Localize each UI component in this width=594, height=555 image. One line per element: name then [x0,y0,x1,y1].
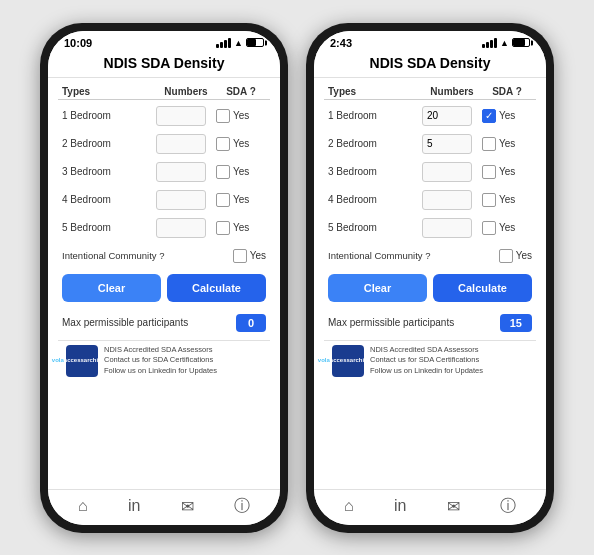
sda-checkbox[interactable] [216,165,230,179]
sda-checkbox[interactable]: ✓ [482,109,496,123]
sda-checkbox[interactable] [482,193,496,207]
info-icon[interactable]: ⓘ [234,496,250,517]
row-number-input[interactable] [156,218,206,238]
wifi-icon: ▲ [234,38,243,48]
table-header-cell: SDA ? [482,86,532,97]
status-icons: ▲ [482,38,530,48]
row-checkbox-area: Yes [216,137,266,151]
intentional-community-checkbox[interactable] [499,249,513,263]
yes-label: Yes [233,194,249,205]
intentional-community-row: Intentional Community ?Yes [58,246,270,266]
row-label: 1 Bedroom [328,110,422,121]
home-icon[interactable]: ⌂ [78,497,88,515]
row-label: 3 Bedroom [328,166,422,177]
info-icon[interactable]: ⓘ [500,496,516,517]
home-icon[interactable]: ⌂ [344,497,354,515]
button-row: ClearCalculate [58,270,270,306]
intentional-community-label: Intentional Community ? [328,250,499,261]
clear-button[interactable]: Clear [62,274,161,302]
result-row: Max permissible participants15 [324,310,536,336]
sda-checkbox[interactable] [482,165,496,179]
nav-bar: ⌂in✉ⓘ [48,489,280,525]
sda-checkbox[interactable] [216,221,230,235]
result-value: 0 [236,314,266,332]
table-row: 3 BedroomYes [324,160,536,184]
signal-icon [482,38,497,48]
row-checkbox-area: ✓Yes [482,109,532,123]
wifi-icon: ▲ [500,38,509,48]
linkedin-icon[interactable]: in [128,497,140,515]
app-header: NDIS SDA Density [48,51,280,78]
table-row: 2 BedroomYes [324,132,536,156]
app-title: NDIS SDA Density [56,55,272,71]
sda-checkbox[interactable] [482,221,496,235]
row-label: 2 Bedroom [62,138,156,149]
yes-label: Yes [499,138,515,149]
sda-checkbox[interactable] [482,137,496,151]
app-content: TypesNumbersSDA ?1 Bedroom✓Yes2 BedroomY… [314,78,546,489]
yes-label: Yes [233,166,249,177]
sda-checkbox[interactable] [216,193,230,207]
yes-label: Yes [233,110,249,121]
table-row: 3 BedroomYes [58,160,270,184]
row-number-input[interactable] [156,162,206,182]
row-number-input[interactable] [422,190,472,210]
row-label: 5 Bedroom [62,222,156,233]
row-checkbox-area: Yes [216,221,266,235]
table-header-cell: Numbers [422,86,482,97]
calculate-button[interactable]: Calculate [433,274,532,302]
row-label: 1 Bedroom [62,110,156,121]
status-bar: 2:43▲ [314,31,546,51]
clear-button[interactable]: Clear [328,274,427,302]
battery-icon [246,38,264,47]
table-row: 4 BedroomYes [324,188,536,212]
signal-icon [216,38,231,48]
row-number-input[interactable] [422,134,472,154]
intentional-community-right: Yes [499,249,532,263]
row-checkbox-area: Yes [216,165,266,179]
row-number-input[interactable] [422,218,472,238]
row-checkbox-area: Yes [216,193,266,207]
row-number-input[interactable] [156,134,206,154]
table-row: 5 BedroomYes [58,216,270,240]
row-number-input[interactable] [156,190,206,210]
app-header: NDIS SDA Density [314,51,546,78]
page-container: 10:09▲NDIS SDA DensityTypesNumbersSDA ?1… [0,0,594,555]
status-time: 2:43 [330,37,352,49]
intentional-community-row: Intentional Community ?Yes [324,246,536,266]
button-row: ClearCalculate [324,270,536,306]
row-label: 2 Bedroom [328,138,422,149]
table-header: TypesNumbersSDA ? [324,84,536,100]
mail-icon[interactable]: ✉ [447,497,460,516]
sda-checkbox[interactable] [216,109,230,123]
app-title: NDIS SDA Density [322,55,538,71]
sda-checkbox[interactable] [216,137,230,151]
footer-brand: volaaccessarchitectsNDIS Accredited SDA … [324,340,536,381]
row-label: 3 Bedroom [62,166,156,177]
linkedin-icon[interactable]: in [394,497,406,515]
intentional-community-right: Yes [233,249,266,263]
battery-icon [512,38,530,47]
result-label: Max permissible participants [328,317,454,328]
mail-icon[interactable]: ✉ [181,497,194,516]
yes-label: Yes [499,194,515,205]
result-row: Max permissible participants0 [58,310,270,336]
row-number-input[interactable] [156,106,206,126]
intentional-community-checkbox[interactable] [233,249,247,263]
row-checkbox-area: Yes [482,165,532,179]
row-number-input[interactable] [422,106,472,126]
yes-label: Yes [499,222,515,233]
calculate-button[interactable]: Calculate [167,274,266,302]
brand-text: NDIS Accredited SDA AssessorsContact us … [104,345,217,377]
status-time: 10:09 [64,37,92,49]
intentional-community-yes-label: Yes [250,250,266,261]
table-header-cell: Numbers [156,86,216,97]
footer-brand: volaaccessarchitectsNDIS Accredited SDA … [58,340,270,381]
table-header: TypesNumbersSDA ? [58,84,270,100]
phone-left: 10:09▲NDIS SDA DensityTypesNumbersSDA ?1… [40,23,288,533]
row-number-input[interactable] [422,162,472,182]
result-label: Max permissible participants [62,317,188,328]
nav-bar: ⌂in✉ⓘ [314,489,546,525]
table-row: 1 Bedroom✓Yes [324,104,536,128]
row-checkbox-area: Yes [482,137,532,151]
